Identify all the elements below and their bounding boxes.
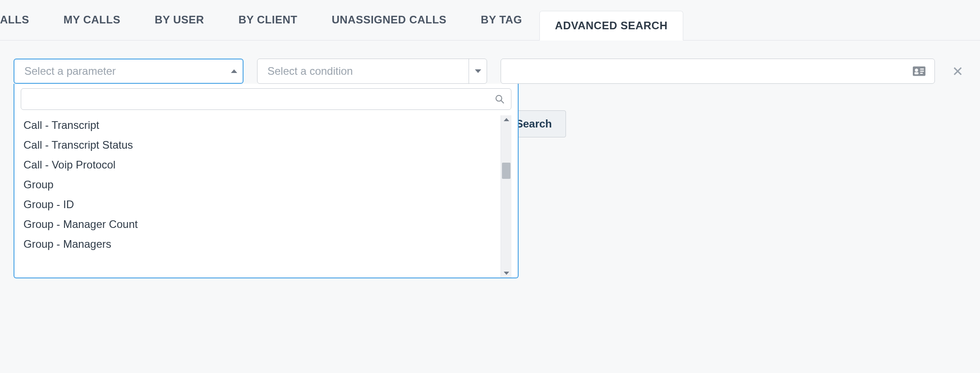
parameter-placeholder: Select a parameter (14, 65, 225, 77)
parameter-option[interactable]: Group - Managers (21, 234, 499, 254)
chevron-up-icon (231, 69, 237, 73)
tab-label: BY USER (155, 14, 204, 26)
svg-rect-3 (920, 68, 924, 69)
parameter-option[interactable]: Call - Transcript Status (21, 135, 499, 155)
scroll-up-icon[interactable] (504, 118, 509, 121)
parameter-search-wrapper (21, 88, 511, 110)
svg-point-6 (496, 96, 502, 101)
option-label: Call - Voip Protocol (23, 159, 115, 171)
parameter-select[interactable]: Select a parameter (14, 59, 244, 84)
option-label: Group - ID (23, 198, 74, 210)
tab-label: BY TAG (481, 14, 522, 26)
tab-by-client[interactable]: BY CLIENT (221, 0, 315, 40)
parameter-option[interactable]: Group - ID (21, 195, 499, 214)
svg-line-7 (501, 100, 504, 103)
tabs-bar: ALLS MY CALLS BY USER BY CLIENT UNASSIGN… (0, 0, 980, 41)
close-icon: ✕ (952, 64, 963, 79)
parameter-search-input[interactable] (28, 93, 495, 105)
parameter-dropdown: Call - Transcript Call - Transcript Stat… (14, 84, 519, 278)
option-label: Group (23, 178, 54, 191)
scroll-down-icon[interactable] (504, 272, 509, 275)
option-label: Call - Transcript Status (23, 139, 133, 151)
filter-row: Select a parameter Select a condition ✕ (0, 41, 980, 84)
remove-filter-button[interactable]: ✕ (948, 64, 966, 79)
tab-alls[interactable]: ALLS (0, 0, 46, 40)
tab-label: MY CALLS (64, 14, 120, 26)
scroll-track[interactable] (501, 121, 511, 272)
parameter-option[interactable]: Call - Transcript (21, 115, 499, 135)
value-input[interactable] (501, 65, 913, 77)
option-label: Group - Managers (23, 238, 111, 250)
option-label: Group - Manager Count (23, 218, 138, 230)
tab-label: BY CLIENT (239, 14, 298, 26)
value-input-wrapper (501, 59, 935, 84)
parameter-option-list: Call - Transcript Call - Transcript Stat… (21, 115, 501, 277)
tab-advanced-search[interactable]: ADVANCED SEARCH (539, 11, 684, 41)
condition-select[interactable]: Select a condition (257, 59, 487, 84)
parameter-scrollbar[interactable] (501, 115, 511, 277)
parameter-option[interactable]: Group (21, 175, 499, 195)
contact-card-icon[interactable] (913, 66, 925, 76)
condition-placeholder: Select a condition (258, 65, 469, 77)
tab-unassigned-calls[interactable]: UNASSIGNED CALLS (314, 0, 464, 40)
scroll-thumb[interactable] (502, 163, 511, 179)
chevron-down-icon (475, 69, 481, 73)
tab-by-tag[interactable]: BY TAG (464, 0, 539, 40)
svg-rect-2 (915, 72, 919, 74)
svg-rect-4 (920, 71, 924, 72)
parameter-caret[interactable] (225, 59, 243, 83)
condition-caret[interactable] (469, 59, 487, 83)
tab-label: ADVANCED SEARCH (555, 19, 668, 32)
tab-my-calls[interactable]: MY CALLS (46, 0, 138, 40)
tab-label: ALLS (0, 14, 29, 26)
svg-rect-5 (920, 73, 923, 74)
svg-point-1 (915, 68, 918, 72)
tab-by-user[interactable]: BY USER (138, 0, 221, 40)
parameter-option[interactable]: Call - Voip Protocol (21, 155, 499, 175)
parameter-option[interactable]: Group - Manager Count (21, 214, 499, 234)
search-icon (495, 94, 505, 104)
tab-label: UNASSIGNED CALLS (331, 14, 446, 26)
option-label: Call - Transcript (23, 119, 99, 131)
